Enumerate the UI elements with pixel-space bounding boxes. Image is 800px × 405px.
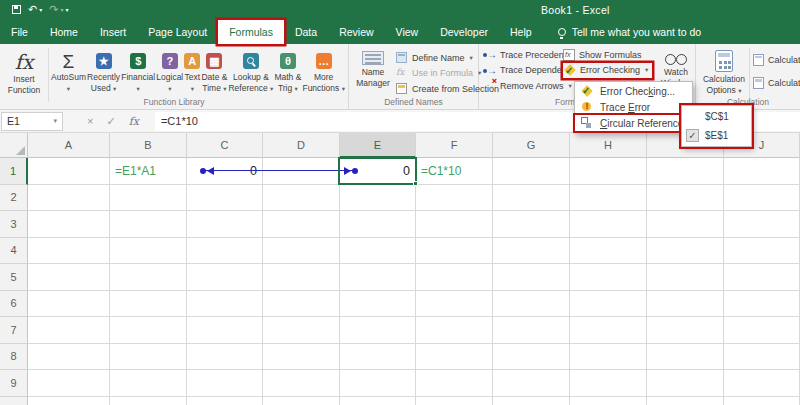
cell-F2[interactable] xyxy=(416,185,493,212)
cell-E10[interactable] xyxy=(340,397,416,405)
cell-F7[interactable] xyxy=(416,317,493,344)
cancel-icon[interactable]: × xyxy=(87,115,93,127)
cell-G2[interactable] xyxy=(493,185,570,212)
tab-formulas[interactable]: Formulas xyxy=(218,20,284,44)
cell-G1[interactable] xyxy=(493,158,570,185)
cell-B8[interactable] xyxy=(110,344,187,371)
cell-C6[interactable] xyxy=(187,291,263,318)
cell-E7[interactable] xyxy=(340,317,416,344)
cell-J10[interactable] xyxy=(724,397,800,405)
cell-B3[interactable] xyxy=(110,211,187,238)
cell-D8[interactable] xyxy=(263,344,340,371)
column-header-a[interactable]: A xyxy=(28,133,110,158)
tab-page-layout[interactable]: Page Layout xyxy=(137,20,218,44)
name-box[interactable]: E1 ▾ xyxy=(1,112,63,131)
cell-E2[interactable] xyxy=(340,185,416,212)
cell-J1[interactable] xyxy=(724,158,800,185)
tab-data[interactable]: Data xyxy=(284,20,328,44)
cell-J3[interactable] xyxy=(724,211,800,238)
cell-F5[interactable] xyxy=(416,264,493,291)
cell-F10[interactable] xyxy=(416,397,493,405)
text-button[interactable]: AText▾ xyxy=(184,47,200,94)
cell-G9[interactable] xyxy=(493,370,570,397)
tab-review[interactable]: Review xyxy=(328,20,384,44)
cell-J7[interactable] xyxy=(724,317,800,344)
cell-J9[interactable] xyxy=(724,370,800,397)
cell-I9[interactable] xyxy=(647,370,724,397)
cell-H3[interactable] xyxy=(570,211,647,238)
cell-B5[interactable] xyxy=(110,264,187,291)
cell-C3[interactable] xyxy=(187,211,263,238)
insert-function-button[interactable]: fx Insert Function xyxy=(2,47,46,96)
cell-I1[interactable] xyxy=(647,158,724,185)
cell-I4[interactable] xyxy=(647,238,724,265)
cell-D5[interactable] xyxy=(263,264,340,291)
cell-C5[interactable] xyxy=(187,264,263,291)
cell-F8[interactable] xyxy=(416,344,493,371)
cell-J4[interactable] xyxy=(724,238,800,265)
cell-H1[interactable] xyxy=(570,158,647,185)
column-header-e[interactable]: E xyxy=(340,133,416,158)
cell-E3[interactable] xyxy=(340,211,416,238)
show-formulas-button[interactable]: Show Formulas xyxy=(563,47,652,63)
menu-item-error-checking[interactable]: Error Checking... xyxy=(575,83,692,99)
redo-dropdown-icon[interactable]: ▾ xyxy=(60,6,63,13)
row-header-5[interactable]: 5 xyxy=(0,264,28,291)
column-header-c[interactable]: C xyxy=(187,133,263,158)
insert-function-fx-icon[interactable]: fx xyxy=(129,115,139,128)
redo-icon[interactable]: ↷ xyxy=(49,4,58,15)
cell-D7[interactable] xyxy=(263,317,340,344)
tab-insert[interactable]: Insert xyxy=(89,20,137,44)
cell-H8[interactable] xyxy=(570,344,647,371)
cell-B10[interactable] xyxy=(110,397,187,405)
math-trig-button[interactable]: θMath &Trig ▾ xyxy=(274,47,301,94)
cell-E4[interactable] xyxy=(340,238,416,265)
cell-E9[interactable] xyxy=(340,370,416,397)
cell-A1[interactable] xyxy=(28,158,110,185)
cell-I10[interactable] xyxy=(647,397,724,405)
row-header-7[interactable]: 7 xyxy=(0,317,28,344)
cell-A6[interactable] xyxy=(28,291,110,318)
cell-F9[interactable] xyxy=(416,370,493,397)
row-header-8[interactable]: 8 xyxy=(0,344,28,371)
cell-D6[interactable] xyxy=(263,291,340,318)
row-header-3[interactable]: 3 xyxy=(0,211,28,238)
cell-G8[interactable] xyxy=(493,344,570,371)
tab-home[interactable]: Home xyxy=(39,20,89,44)
row-header-10[interactable]: 10 xyxy=(0,397,28,405)
row-header-2[interactable]: 2 xyxy=(0,185,28,212)
cell-G10[interactable] xyxy=(493,397,570,405)
cell-J5[interactable] xyxy=(724,264,800,291)
cell-F4[interactable] xyxy=(416,238,493,265)
cell-I2[interactable] xyxy=(647,185,724,212)
cell-C7[interactable] xyxy=(187,317,263,344)
cell-A7[interactable] xyxy=(28,317,110,344)
cell-H7[interactable] xyxy=(570,317,647,344)
cell-D9[interactable] xyxy=(263,370,340,397)
calculation-options-button[interactable]: Calculation Options ▾ xyxy=(700,46,748,96)
cell-B2[interactable] xyxy=(110,185,187,212)
calculate-now-button[interactable]: Calculate Now xyxy=(753,52,800,68)
column-header-b[interactable]: B xyxy=(110,133,187,158)
cell-I7[interactable] xyxy=(647,317,724,344)
cell-B7[interactable] xyxy=(110,317,187,344)
cell-A9[interactable] xyxy=(28,370,110,397)
calculate-sheet-button[interactable]: Calculate Sheet xyxy=(753,76,800,92)
enter-icon[interactable]: ✓ xyxy=(106,115,115,128)
cell-I3[interactable] xyxy=(647,211,724,238)
cell-B6[interactable] xyxy=(110,291,187,318)
cell-A10[interactable] xyxy=(28,397,110,405)
cell-H5[interactable] xyxy=(570,264,647,291)
qat-customize-icon[interactable]: ▾ xyxy=(65,6,68,13)
row-header-6[interactable]: 6 xyxy=(0,291,28,318)
cell-H9[interactable] xyxy=(570,370,647,397)
cell-H10[interactable] xyxy=(570,397,647,405)
cell-A4[interactable] xyxy=(28,238,110,265)
tab-help[interactable]: Help xyxy=(499,20,543,44)
cell-E1[interactable]: 0 xyxy=(340,158,416,185)
cell-A8[interactable] xyxy=(28,344,110,371)
cell-I8[interactable] xyxy=(647,344,724,371)
cell-H4[interactable] xyxy=(570,238,647,265)
cell-B4[interactable] xyxy=(110,238,187,265)
cell-B1[interactable]: =E1*A1 xyxy=(110,158,187,185)
